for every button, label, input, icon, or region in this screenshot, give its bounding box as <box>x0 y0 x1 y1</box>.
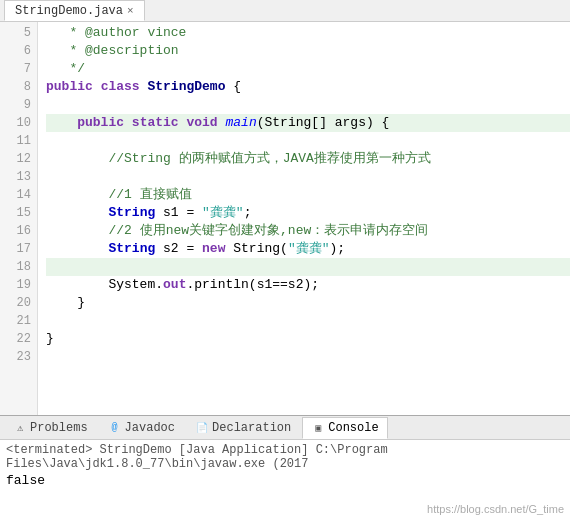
tab-javadoc[interactable]: @ Javadoc <box>99 417 184 439</box>
tab-declaration[interactable]: 📄 Declaration <box>186 417 300 439</box>
javadoc-icon: @ <box>108 421 122 435</box>
code-line-20: } <box>46 294 570 312</box>
console-icon: ▣ <box>311 421 325 435</box>
code-line-5: * @author vince <box>46 24 570 42</box>
code-line-16: //2 使用new关键字创建对象,new：表示申请内存空间 <box>46 222 570 240</box>
bottom-panel: ⚠ Problems @ Javadoc 📄 Declaration ▣ Con… <box>0 415 570 518</box>
declaration-icon: 📄 <box>195 421 209 435</box>
code-line-19: System.out.println(s1==s2); <box>46 276 570 294</box>
code-container: 5 6 7 8 9 10 11 12 13 14 15 16 17 18 19 … <box>0 22 570 415</box>
code-line-13 <box>46 168 570 186</box>
code-line-10: public static void main(String[] args) { <box>46 114 570 132</box>
code-editor[interactable]: * @author vince * @description */ public… <box>38 22 570 415</box>
code-line-14: //1 直接赋值 <box>46 186 570 204</box>
problems-icon: ⚠ <box>13 421 27 435</box>
editor-area: StringDemo.java × 5 6 7 8 9 10 11 12 13 … <box>0 0 570 415</box>
watermark: https://blog.csdn.net/G_time <box>427 503 564 515</box>
console-output: false <box>6 473 564 488</box>
code-line-17: String s2 = new String("龚龚"); <box>46 240 570 258</box>
code-line-15: String s1 = "龚龚"; <box>46 204 570 222</box>
code-line-9 <box>46 96 570 114</box>
code-line-7: */ <box>46 60 570 78</box>
panel-tabs: ⚠ Problems @ Javadoc 📄 Declaration ▣ Con… <box>0 416 570 440</box>
console-content: <terminated> StringDemo [Java Applicatio… <box>0 440 570 518</box>
tab-problems[interactable]: ⚠ Problems <box>4 417 97 439</box>
console-terminated-line: <terminated> StringDemo [Java Applicatio… <box>6 443 564 471</box>
code-line-18 <box>46 258 570 276</box>
problems-label: Problems <box>30 421 88 435</box>
code-line-6: * @description <box>46 42 570 60</box>
console-label: Console <box>328 421 378 435</box>
code-line-8: public class StringDemo { <box>46 78 570 96</box>
close-tab-icon[interactable]: × <box>127 5 134 17</box>
code-line-21 <box>46 312 570 330</box>
javadoc-label: Javadoc <box>125 421 175 435</box>
declaration-label: Declaration <box>212 421 291 435</box>
code-line-23 <box>46 348 570 366</box>
code-line-12: //String 的两种赋值方式，JAVA推荐使用第一种方式 <box>46 150 570 168</box>
code-line-22: } <box>46 330 570 348</box>
file-tab-label: StringDemo.java <box>15 4 123 18</box>
line-numbers: 5 6 7 8 9 10 11 12 13 14 15 16 17 18 19 … <box>0 22 38 415</box>
file-tab[interactable]: StringDemo.java × <box>4 0 145 21</box>
tab-console[interactable]: ▣ Console <box>302 417 387 439</box>
tab-bar: StringDemo.java × <box>0 0 570 22</box>
code-line-11 <box>46 132 570 150</box>
